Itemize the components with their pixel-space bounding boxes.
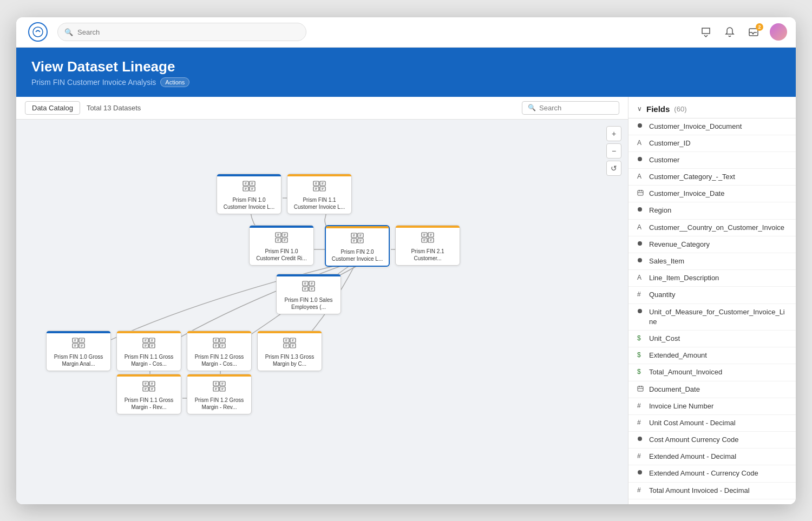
field-item[interactable]: $ Unit_Cost: [628, 331, 796, 347]
top-search-bar[interactable]: 🔍: [57, 23, 306, 41]
svg-rect-100: [149, 344, 155, 348]
field-type-icon: A: [637, 139, 645, 147]
dataset-node[interactable]: Prism FIN 1.0 Gross Margin Anal...: [46, 331, 111, 371]
svg-point-160: [638, 309, 642, 313]
dataset-node[interactable]: Prism FIN 1.3 Gross Margin by C...: [257, 331, 322, 371]
field-type-icon: [637, 308, 645, 315]
dataset-node[interactable]: Prism FIN 1.2 Gross Margin - Rev...: [187, 374, 252, 414]
zoom-out-button[interactable]: −: [606, 143, 621, 159]
fields-count: (60): [674, 105, 686, 113]
dataset-node[interactable]: Prism FIN 1.1 Gross Margin - Cos...: [116, 331, 181, 371]
node-body: Prism FIN 1.1 Gross Margin - Rev...: [117, 377, 181, 414]
field-item[interactable]: Region: [628, 202, 796, 219]
node-label: Prism FIN 2.0 Customer Invoice L...: [329, 248, 385, 262]
field-type-icon: $: [637, 334, 645, 342]
data-catalog-button[interactable]: Data Catalog: [25, 101, 80, 115]
field-name: Quantity: [649, 290, 675, 300]
field-item[interactable]: $ Total_Amount_Invoiced: [628, 364, 796, 381]
svg-rect-91: [143, 338, 148, 342]
actions-button[interactable]: Actions: [160, 77, 189, 87]
field-type-icon: [637, 156, 645, 163]
node-body: Prism FIN 1.0 Customer Credit Ri...: [250, 228, 313, 265]
svg-point-157: [638, 207, 642, 212]
zoom-in-button[interactable]: +: [606, 126, 621, 141]
svg-point-159: [638, 258, 642, 262]
field-type-icon: #: [637, 402, 645, 410]
field-item[interactable]: # Total Amount Invoiced - Decimal: [628, 483, 796, 499]
page-header: View Dataset Lineage Prism FIN Customer …: [16, 48, 796, 97]
field-type-icon: [637, 206, 645, 214]
dataset-node[interactable]: Prism FIN 1.2 Gross Margin - Cos...: [187, 331, 252, 371]
search-input[interactable]: [77, 28, 299, 36]
nav-right: 2: [698, 23, 787, 41]
field-type-icon: [637, 240, 645, 248]
svg-rect-46: [358, 233, 363, 238]
field-item[interactable]: # Invoice Line Number: [628, 398, 796, 415]
reset-button[interactable]: ↺: [606, 161, 621, 176]
field-item[interactable]: Customer: [628, 152, 796, 169]
field-item[interactable]: Revenue_Category: [628, 236, 796, 253]
dataset-node[interactable]: Prism FIN 2.0 Customer Invoice L...: [325, 225, 390, 267]
node-label: Prism FIN 1.1 Customer Invoice L...: [291, 196, 348, 210]
bell-icon[interactable]: [722, 24, 737, 39]
dataset-node[interactable]: Prism FIN 2.1 Customer...: [395, 225, 460, 266]
field-name: Customer_Category_-_Text: [649, 172, 735, 182]
canvas-search-input[interactable]: [539, 104, 613, 112]
field-item[interactable]: # Quantity: [628, 287, 796, 304]
canvas-toolbar: Data Catalog Total 13 Datasets 🔍: [16, 97, 628, 120]
fields-collapse-toggle[interactable]: ∨: [637, 105, 642, 113]
canvas-search-icon: 🔍: [528, 104, 536, 111]
svg-rect-55: [422, 233, 427, 237]
node-dataset-icon: [142, 381, 155, 394]
field-item[interactable]: # Extended Amount - Decimal: [628, 449, 796, 465]
field-item[interactable]: Unit_of_Measure_for_Customer_Invoice_Lin…: [628, 304, 796, 331]
field-item[interactable]: A Customer__Country_on_Customer_Invoice: [628, 220, 796, 236]
svg-rect-25: [313, 187, 319, 191]
field-type-icon: [637, 189, 645, 197]
field-type-icon: A: [637, 274, 645, 281]
field-type-icon: [637, 385, 645, 393]
node-body: Prism FIN 1.3 Gross Margin by C...: [258, 333, 322, 371]
dataset-node[interactable]: Prism FIN 1.0 Sales Employees (...: [276, 274, 341, 314]
right-panel: ∨ Fields (60) Customer_Invoice_Document …: [628, 97, 796, 504]
field-type-icon: #: [637, 452, 645, 460]
field-name: Invoice Line Number: [649, 401, 713, 411]
dataset-node[interactable]: Prism FIN 1.0 Customer Credit Ri...: [249, 225, 314, 266]
field-type-icon: A: [637, 173, 645, 180]
field-item[interactable]: Sales_Item: [628, 253, 796, 270]
field-item[interactable]: Customer_Invoice_Document: [628, 118, 796, 135]
field-name: Unit_of_Measure_for_Customer_Invoice_Lin…: [649, 307, 787, 327]
field-item[interactable]: A Customer_ID: [628, 135, 796, 152]
chat-icon[interactable]: [698, 24, 713, 39]
svg-rect-52: [358, 239, 363, 243]
svg-rect-148: [220, 387, 225, 391]
inbox-icon[interactable]: 2: [746, 24, 761, 39]
node-label: Prism FIN 1.1 Gross Margin - Cos...: [120, 353, 178, 367]
svg-rect-112: [220, 344, 225, 348]
node-dataset-icon: [283, 338, 296, 351]
dataset-node[interactable]: Prism FIN 1.1 Gross Margin - Rev...: [116, 374, 181, 414]
field-name: Customer_ID: [649, 139, 691, 148]
field-item[interactable]: A Line_Item_Description: [628, 270, 796, 287]
svg-rect-106: [220, 338, 225, 342]
canvas-search-bar[interactable]: 🔍: [522, 101, 619, 115]
field-item[interactable]: $ Extended_Amount: [628, 347, 796, 364]
field-name: Customer_Invoice_Document: [649, 122, 742, 131]
dataset-count: Total 13 Datasets: [87, 104, 141, 112]
svg-rect-142: [220, 381, 225, 386]
field-item[interactable]: Extended Amount - Currency Code: [628, 465, 796, 482]
field-item[interactable]: A Customer_Category_-_Text: [628, 169, 796, 186]
node-dataset-icon: [142, 338, 155, 351]
svg-rect-13: [243, 187, 248, 191]
user-avatar[interactable]: [770, 23, 787, 41]
node-label: Prism FIN 1.2 Gross Margin - Cos...: [191, 353, 248, 367]
node-dataset-icon: [213, 338, 226, 351]
field-name: Customer__Country_on_Customer_Invoice: [649, 223, 784, 233]
dataset-node[interactable]: Prism FIN 1.1 Customer Invoice L...: [287, 174, 352, 214]
dataset-node[interactable]: Prism FIN 1.0 Customer Invoice L...: [217, 174, 281, 214]
field-item[interactable]: Cost Amount Currency Code: [628, 432, 796, 449]
field-item[interactable]: # Unit Cost Amount - Decimal: [628, 415, 796, 432]
field-item[interactable]: Customer_Invoice_Date: [628, 186, 796, 202]
app-window: 🔍 2: [16, 17, 796, 504]
field-item[interactable]: Document_Date: [628, 381, 796, 398]
